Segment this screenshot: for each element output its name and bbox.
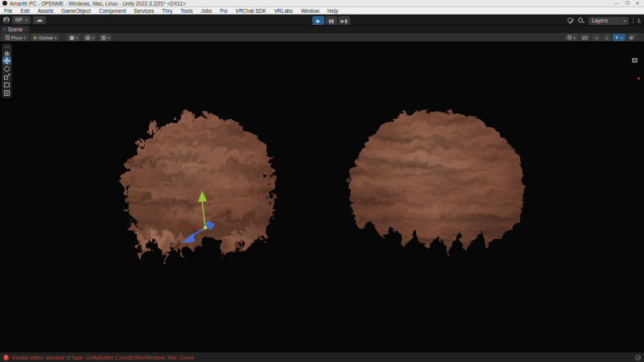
- draw-mode-dropdown[interactable]: ▾: [565, 34, 578, 41]
- window-titlebar: Amarith PC - OPENME - Windows, Mac, Linu…: [0, 0, 644, 7]
- close-button[interactable]: ✕: [635, 0, 639, 7]
- transform-tool-button[interactable]: [2, 88, 11, 97]
- globe-icon: ⊕: [33, 34, 37, 41]
- shading-sphere-icon: [568, 35, 572, 39]
- scene-visibility-button[interactable]: ⊘: [627, 34, 636, 41]
- scale-icon: [3, 73, 10, 80]
- scene-viewport[interactable]: [0, 42, 644, 352]
- menu-item[interactable]: Assets: [38, 8, 54, 14]
- effects-icon: ✦: [615, 34, 619, 41]
- hand-icon: [3, 49, 10, 56]
- menu-item[interactable]: File: [4, 8, 12, 14]
- toggle-2d-button[interactable]: 2D: [580, 34, 591, 41]
- account-icon[interactable]: [3, 17, 10, 23]
- chevron-down-icon: ▾: [108, 35, 110, 40]
- tab-bar: ▪ Scene: [0, 26, 644, 33]
- menu-item[interactable]: Poi: [220, 8, 227, 14]
- account-dropdown[interactable]: MF ▾: [12, 16, 31, 24]
- menu-item[interactable]: GameObject: [61, 8, 91, 14]
- error-message[interactable]: Invalid editor window of type: UnityEdit…: [12, 355, 194, 360]
- menu-item[interactable]: Help: [328, 8, 338, 14]
- chevron-down-icon: ▾: [624, 19, 626, 23]
- layout-dropdown-partial[interactable]: L: [638, 18, 641, 23]
- menu-item[interactable]: Window: [301, 8, 320, 14]
- menu-item[interactable]: VRLabs: [275, 8, 293, 14]
- rect-icon: [3, 81, 10, 88]
- pivot-label: Pivot: [11, 35, 22, 40]
- hair-mesh-left: [119, 110, 269, 259]
- minimize-button[interactable]: —: [614, 0, 619, 7]
- snap-increment-dropdown[interactable]: ▥ ▾: [99, 34, 113, 41]
- unity-logo-icon: [2, 1, 7, 6]
- effects-dropdown[interactable]: ✦ ▾: [613, 34, 625, 41]
- playmode-controls: ▶ ▮▮ ▶▮: [312, 16, 350, 25]
- cloud-services-button[interactable]: ☁: [33, 16, 46, 24]
- maximize-button[interactable]: ❐: [625, 0, 629, 7]
- tools-overlay: [2, 43, 12, 98]
- menu-item[interactable]: VRChat SDK: [236, 8, 266, 14]
- lighting-icon: ☼: [594, 34, 599, 41]
- pivot-dropdown[interactable]: Pivot ▾: [3, 34, 28, 41]
- layers-label: Layers: [592, 18, 608, 23]
- scale-tool-button[interactable]: [2, 72, 11, 80]
- grid-snap-dropdown[interactable]: ▤ ▾: [83, 34, 97, 41]
- rotate-tool-button[interactable]: [2, 64, 11, 72]
- cloud-icon: ☁: [36, 16, 43, 23]
- window-controls: — ❐ ✕: [614, 0, 639, 7]
- transform-icon: [3, 89, 10, 97]
- window-title: Amarith PC - OPENME - Windows, Mac, Linu…: [10, 1, 614, 6]
- menu-item[interactable]: Tools: [180, 8, 192, 14]
- view-tool-button[interactable]: [2, 48, 11, 56]
- play-button[interactable]: ▶: [312, 16, 324, 25]
- menu-item[interactable]: Component: [99, 8, 126, 14]
- scene-tab-icon: ▪: [4, 26, 6, 33]
- chevron-down-icon: ▾: [621, 35, 623, 40]
- chevron-down-icon: ▾: [573, 35, 576, 40]
- layers-dropdown[interactable]: Layers ▾: [588, 17, 629, 25]
- audio-toggle-button[interactable]: ♪: [603, 34, 610, 41]
- rotate-icon: [3, 65, 10, 72]
- menu-item[interactable]: Services: [134, 8, 154, 14]
- hair-mesh-right: [348, 108, 522, 253]
- grid-icon: ▦: [69, 34, 74, 41]
- lighting-toggle-button[interactable]: ☼: [592, 34, 601, 41]
- pause-button[interactable]: ▮▮: [325, 16, 337, 25]
- global-dropdown[interactable]: ⊕ Global ▾: [31, 34, 59, 41]
- chevron-down-icon: ▾: [76, 35, 78, 40]
- scene-view-toolbar: Pivot ▾ ⊕ Global ▾ ▦ ▾ ▤ ▾ ▥ ▾: [0, 33, 644, 42]
- move-tool-button[interactable]: [2, 56, 11, 64]
- step-button[interactable]: ▶▮: [338, 16, 350, 25]
- snap-increment-icon: ▥: [101, 34, 106, 41]
- menu-item[interactable]: Thry: [162, 8, 172, 14]
- main-toolbar: MF ▾ ☁ ▶ ▮▮ ▶▮ Layers ▾: [0, 14, 644, 26]
- unity-editor-window: Amarith PC - OPENME - Windows, Mac, Linu…: [0, 0, 644, 362]
- search-icon[interactable]: [577, 17, 584, 24]
- scene-tab-label: Scene: [8, 27, 23, 32]
- grid-snap-icon: ▤: [85, 34, 90, 41]
- gizmo-center-handle: [204, 226, 207, 229]
- menu-item[interactable]: Edit: [20, 8, 29, 14]
- notification-dot: [638, 77, 640, 80]
- menu-item[interactable]: Jobs: [200, 8, 212, 14]
- move-icon: [3, 57, 10, 64]
- chevron-down-icon: ▾: [23, 35, 26, 40]
- grid-visibility-dropdown[interactable]: ▦ ▾: [67, 34, 80, 41]
- undo-history-icon[interactable]: [568, 18, 573, 23]
- global-label: Global: [39, 35, 52, 40]
- pause-icon: ▮▮: [328, 18, 334, 23]
- pivot-icon: [6, 35, 10, 39]
- rect-tool-button[interactable]: [2, 80, 11, 88]
- error-icon: !: [3, 355, 9, 360]
- collapsed-overlay-icon[interactable]: [632, 58, 638, 63]
- chevron-down-icon: ▾: [92, 35, 94, 40]
- chevron-down-icon: ▾: [55, 35, 57, 40]
- status-bar[interactable]: ! Invalid editor window of type: UnityEd…: [0, 352, 644, 362]
- toolbar-separator: [633, 17, 634, 24]
- tab-scene[interactable]: ▪ Scene: [1, 26, 29, 33]
- visibility-icon: ⊘: [630, 34, 634, 41]
- step-icon: ▶▮: [341, 18, 348, 23]
- audio-icon: ♪: [605, 34, 608, 41]
- scene-render: [0, 42, 644, 352]
- chevron-down-icon: ▾: [25, 18, 27, 23]
- progress-indicator-icon[interactable]: [635, 355, 641, 360]
